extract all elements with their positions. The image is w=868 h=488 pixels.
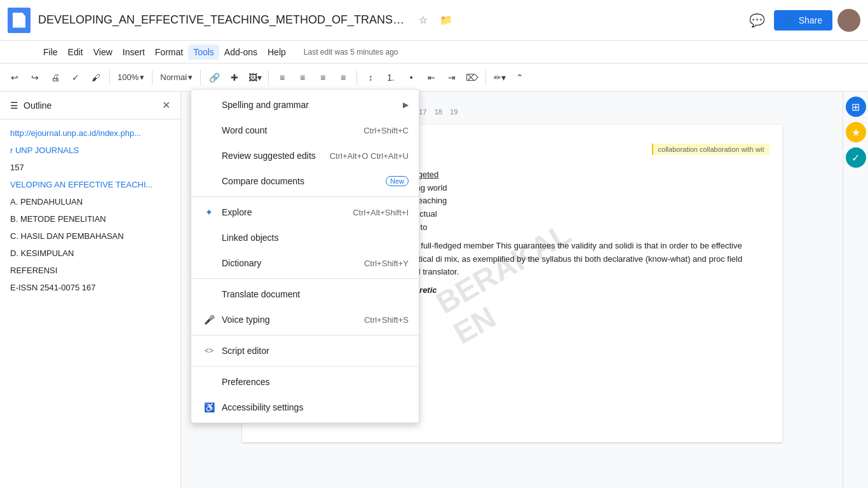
menu-item-linked[interactable]: Linked objects xyxy=(191,225,419,250)
right-panel-star-icon[interactable]: ★ xyxy=(846,122,866,142)
script-label: Script editor xyxy=(222,346,409,356)
sidebar: ☰ Outline ✕ http://ejournal.unp.ac.id/in… xyxy=(0,92,181,488)
dictionary-shortcut: Ctrl+Shift+Y xyxy=(364,259,409,268)
style-dropdown[interactable]: Normal ▾ xyxy=(156,68,196,87)
accessibility-icon: ♿ xyxy=(201,400,217,415)
wordcount-label: Word count xyxy=(222,125,358,135)
link-button[interactable]: 🔗 xyxy=(205,68,224,87)
menu-item-accessibility[interactable]: ♿ Accessibility settings xyxy=(191,395,419,420)
sidebar-title-text: Outline xyxy=(24,100,51,111)
sidebar-item-7[interactable]: D. KESIMPULAN xyxy=(0,245,180,262)
redo-button[interactable]: ↪ xyxy=(25,68,44,87)
sidebar-item-8[interactable]: REFERENSI xyxy=(0,262,180,279)
line-spacing-button[interactable]: ↕ xyxy=(361,68,380,87)
menu-item-translate[interactable]: Translate document xyxy=(191,281,419,307)
paint-format-button[interactable]: 🖌 xyxy=(86,68,105,87)
preferences-label: Preferences xyxy=(222,377,409,387)
accessibility-label: Accessibility settings xyxy=(222,402,409,412)
add-button[interactable]: ✚ xyxy=(225,68,244,87)
divider-1 xyxy=(191,196,419,197)
voice-icon: 🎤 xyxy=(201,312,217,327)
menu-file[interactable]: File xyxy=(38,44,63,60)
share-button[interactable]: 👤 Share xyxy=(774,10,832,30)
menu-view[interactable]: View xyxy=(88,44,118,60)
spelling-arrow: ▶ xyxy=(403,100,409,109)
compare-icon xyxy=(201,173,217,189)
last-edit-text: Last edit was 5 minutes ago xyxy=(304,48,398,57)
indent-increase-button[interactable]: ⇥ xyxy=(442,68,461,87)
voice-shortcut: Ctrl+Shift+S xyxy=(364,315,409,325)
sidebar-item-0[interactable]: http://ejournal.unp.ac.id/index.php... xyxy=(0,125,180,142)
zoom-dropdown[interactable]: 100% ▾ xyxy=(114,68,148,87)
script-icon: <> xyxy=(201,343,217,358)
menu-edit[interactable]: Edit xyxy=(63,44,88,60)
indent-decrease-button[interactable]: ⇤ xyxy=(422,68,441,87)
menu-addons[interactable]: Add-ons xyxy=(219,44,262,60)
right-panel-grid-icon[interactable]: ⊞ xyxy=(846,97,866,117)
menu-item-voice[interactable]: 🎤 Voice typing Ctrl+Shift+S xyxy=(191,307,419,332)
sidebar-item-3[interactable]: VELOPING AN EFFECTIVE TEACHI... xyxy=(0,176,180,193)
top-bar: DEVELOPING_AN_EFFECTIVE_TEACHING_METHOD_… xyxy=(0,0,868,41)
user-avatar[interactable] xyxy=(837,9,860,32)
review-label: Review suggested edits xyxy=(222,151,325,161)
preferences-icon xyxy=(201,374,217,390)
sidebar-item-2[interactable]: 157 xyxy=(0,159,180,176)
sidebar-item-4[interactable]: A. PENDAHULUAN xyxy=(0,193,180,210)
explore-shortcut: Ctrl+Alt+Shift+I xyxy=(353,208,409,217)
toolbar-separator-4 xyxy=(268,70,269,85)
toolbar-separator-2 xyxy=(152,70,153,85)
menu-item-preferences[interactable]: Preferences xyxy=(191,369,419,395)
menu-item-wordcount[interactable]: Word count Ctrl+Shift+C xyxy=(191,118,419,143)
numbered-list-button[interactable]: 1. xyxy=(381,68,400,87)
sidebar-collapse-button[interactable]: ✕ xyxy=(162,99,170,111)
dictionary-label: Dictionary xyxy=(222,258,359,268)
sidebar-header: ☰ Outline ✕ xyxy=(0,92,180,119)
menu-bar: File Edit View Insert Format Tools Add-o… xyxy=(0,41,868,64)
sidebar-item-5[interactable]: B. METODE PENELITIAN xyxy=(0,210,180,227)
clear-format-button[interactable]: ⌦ xyxy=(463,68,482,87)
sidebar-title: ☰ Outline xyxy=(10,100,51,111)
star-icon[interactable]: ☆ xyxy=(414,11,432,29)
undo-button[interactable]: ↩ xyxy=(5,68,24,87)
sidebar-item-1[interactable]: r UNP JOURNALS xyxy=(0,142,180,159)
zoom-chevron: ▾ xyxy=(140,72,144,82)
bulleted-list-button[interactable]: • xyxy=(402,68,421,87)
linked-icon xyxy=(201,230,217,245)
divider-2 xyxy=(191,278,419,279)
document-title[interactable]: DEVELOPING_AN_EFFECTIVE_TEACHING_METHOD_… xyxy=(38,13,407,27)
divider-4 xyxy=(191,366,419,367)
align-justify-button[interactable]: ≡ xyxy=(334,68,353,87)
style-value: Normal xyxy=(160,72,187,82)
linked-label: Linked objects xyxy=(222,233,409,243)
sidebar-item-6[interactable]: C. HASIL DAN PEMBAHASAN xyxy=(0,227,180,245)
menu-item-dictionary[interactable]: Dictionary Ctrl+Shift+Y xyxy=(191,250,419,276)
menu-format[interactable]: Format xyxy=(150,44,188,60)
right-panel-check-icon[interactable]: ✓ xyxy=(846,147,866,168)
top-actions: ☆ 📁 xyxy=(414,11,455,29)
menu-item-script[interactable]: <> Script editor xyxy=(191,338,419,363)
menu-item-spelling[interactable]: Spelling and grammar ▶ xyxy=(191,92,419,118)
align-right-button[interactable]: ≡ xyxy=(313,68,332,87)
spellcheck-button[interactable]: ✓ xyxy=(66,68,85,87)
sidebar-item-9[interactable]: E-ISSN 2541-0075 167 xyxy=(0,279,180,296)
print-button[interactable]: 🖨 xyxy=(46,68,65,87)
comment-icon[interactable]: 💬 xyxy=(746,9,769,32)
share-icon: 👤 xyxy=(784,15,795,25)
review-shortcut: Ctrl+Alt+O Ctrl+Alt+U xyxy=(330,151,409,161)
menu-item-review[interactable]: Review suggested edits Ctrl+Alt+O Ctrl+A… xyxy=(191,143,419,168)
menu-tools[interactable]: Tools xyxy=(188,44,219,60)
image-button[interactable]: 🖼▾ xyxy=(245,68,264,87)
format-options-button[interactable]: ✏▾ xyxy=(490,68,509,87)
align-left-button[interactable]: ≡ xyxy=(273,68,292,87)
menu-item-compare[interactable]: Compare documents New xyxy=(191,168,419,194)
menu-insert[interactable]: Insert xyxy=(118,44,150,60)
menu-help[interactable]: Help xyxy=(262,44,291,60)
menu-item-explore[interactable]: ✦ Explore Ctrl+Alt+Shift+I xyxy=(191,200,419,225)
expand-button[interactable]: ⌃ xyxy=(510,68,529,87)
translate-label: Translate document xyxy=(222,289,409,299)
explore-label: Explore xyxy=(222,207,348,217)
tools-dropdown-menu: Spelling and grammar ▶ Word count Ctrl+S… xyxy=(191,89,419,423)
align-center-button[interactable]: ≡ xyxy=(293,68,312,87)
outline-icon: ☰ xyxy=(10,100,18,111)
folder-icon[interactable]: 📁 xyxy=(437,11,455,29)
